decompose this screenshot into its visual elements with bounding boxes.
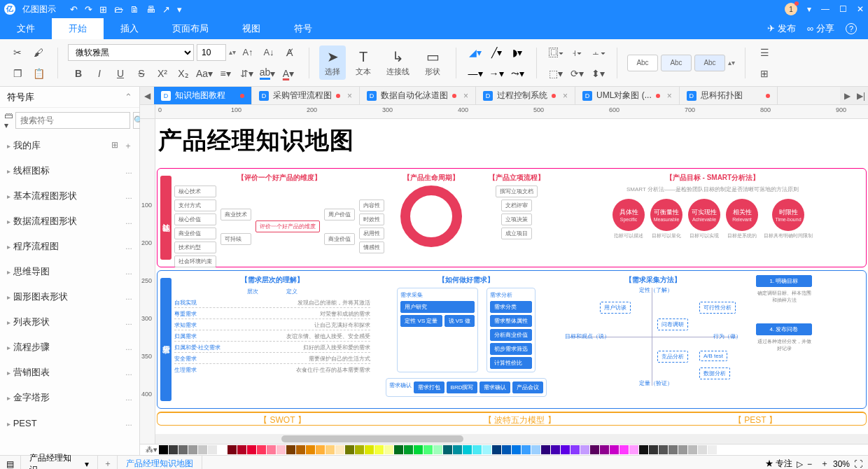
- layers-button[interactable]: ☰: [755, 43, 774, 62]
- menu-insert[interactable]: 插入: [104, 18, 155, 39]
- zoom-out-button[interactable]: −: [807, 459, 812, 469]
- category-item[interactable]: ▸ 数据流程图形状…: [0, 209, 139, 234]
- canvas[interactable]: 产品经理知识地图 基础认知 【评价一个好产品的维度】 核心技术 支付方式 核心价…: [155, 119, 868, 444]
- fit-page-button[interactable]: ⛶: [854, 459, 862, 469]
- user-avatar[interactable]: 1: [785, 3, 797, 15]
- doc-tab[interactable]: D知识地图教程: [154, 87, 252, 104]
- dropdown-icon[interactable]: ▾: [807, 4, 811, 14]
- color-swatch[interactable]: [365, 445, 374, 454]
- color-swatch[interactable]: [708, 445, 717, 454]
- color-swatch[interactable]: [218, 445, 227, 454]
- doc-tab[interactable]: DUML对象图 (...×: [575, 87, 680, 104]
- export-button[interactable]: ↗: [162, 4, 170, 15]
- color-swatch[interactable]: [276, 445, 286, 454]
- minimize-button[interactable]: —: [821, 4, 830, 14]
- style-preset-2[interactable]: Abc: [661, 55, 692, 71]
- category-item[interactable]: ▸ 流程步骤…: [0, 335, 139, 360]
- shadow-button[interactable]: ◗▾: [508, 43, 526, 62]
- line-spacing-button[interactable]: ⇵▾: [237, 64, 255, 83]
- presentation-button[interactable]: ▷: [797, 459, 803, 469]
- add-lib-icon[interactable]: ⊞: [111, 140, 118, 152]
- color-swatch[interactable]: [718, 445, 727, 454]
- library-icon[interactable]: 🗃▾: [4, 112, 13, 129]
- color-swatch[interactable]: [394, 445, 403, 454]
- color-swatch[interactable]: [600, 445, 609, 454]
- print-button[interactable]: 🖶: [146, 4, 155, 15]
- color-swatch[interactable]: [590, 445, 599, 454]
- color-swatch[interactable]: [541, 445, 550, 454]
- close-icon[interactable]: ×: [347, 91, 352, 101]
- color-swatch[interactable]: [384, 445, 393, 454]
- category-item[interactable]: ▸ 思维导图…: [0, 259, 139, 284]
- color-swatch[interactable]: [424, 445, 433, 454]
- menu-symbol[interactable]: 符号: [277, 18, 329, 39]
- color-swatch[interactable]: [296, 445, 305, 454]
- style-preset-3[interactable]: Abc: [694, 55, 725, 71]
- new-lib-icon[interactable]: ＋: [124, 140, 132, 152]
- doc-tab[interactable]: D采购管理流程图×: [252, 87, 360, 104]
- superscript-button[interactable]: X²: [153, 64, 172, 83]
- undo-button[interactable]: ↶: [70, 4, 78, 15]
- line-color-button[interactable]: ╱▾: [487, 43, 505, 62]
- color-swatch[interactable]: [688, 445, 697, 454]
- new-button[interactable]: ⊞: [99, 4, 107, 15]
- color-swatch[interactable]: [580, 445, 589, 454]
- search-input[interactable]: [15, 112, 130, 129]
- style-preset-1[interactable]: Abc: [627, 55, 658, 71]
- category-item[interactable]: ▸ 基本流程图形状…: [0, 183, 139, 209]
- category-item[interactable]: ▸ 程序流程图…: [0, 234, 139, 259]
- cut-button[interactable]: ✂: [8, 43, 27, 62]
- bring-forward-button[interactable]: ⬚▾: [547, 64, 565, 83]
- color-swatch[interactable]: [639, 445, 648, 454]
- copy-button[interactable]: ❐: [8, 64, 27, 83]
- text-case-button[interactable]: Aa▾: [195, 64, 214, 83]
- color-swatch[interactable]: [433, 445, 442, 454]
- color-swatch[interactable]: [463, 445, 472, 454]
- color-swatch[interactable]: [306, 445, 315, 454]
- bullets-button[interactable]: ≡▾: [216, 64, 234, 83]
- doc-tab[interactable]: D数据自动化泳道图×: [360, 87, 476, 104]
- color-swatch[interactable]: [237, 445, 246, 454]
- zoom-value[interactable]: 30%: [833, 459, 850, 469]
- eyedropper-icon[interactable]: ⁂▾: [144, 445, 158, 454]
- group-button[interactable]: ⿴▾: [547, 43, 565, 62]
- color-swatch[interactable]: [227, 445, 237, 454]
- color-swatch[interactable]: [188, 445, 197, 454]
- category-item[interactable]: ▸ 金字塔形…: [0, 385, 139, 410]
- open-button[interactable]: 🗁: [114, 4, 123, 15]
- close-icon[interactable]: ×: [563, 91, 568, 101]
- color-swatch[interactable]: [522, 445, 531, 454]
- distribute-button[interactable]: ⫠▾: [589, 43, 607, 62]
- tab-nav-right[interactable]: ▶: [840, 87, 854, 104]
- color-swatch[interactable]: [551, 445, 560, 454]
- panel-collapse-icon[interactable]: ⌃: [125, 92, 132, 102]
- clear-format-button[interactable]: A̸: [281, 43, 299, 62]
- menu-page-layout[interactable]: 页面布局: [155, 18, 225, 39]
- color-swatch[interactable]: [178, 445, 188, 454]
- redo-button[interactable]: ↷: [85, 4, 92, 15]
- add-page-button[interactable]: ＋: [98, 456, 118, 469]
- color-swatch[interactable]: [649, 445, 658, 454]
- page-picker[interactable]: 产品经理知识...▾: [21, 456, 98, 469]
- color-swatch[interactable]: [404, 445, 413, 454]
- color-swatch[interactable]: [169, 445, 178, 454]
- color-swatch[interactable]: [668, 445, 678, 454]
- color-swatch[interactable]: [659, 445, 668, 454]
- italic-button[interactable]: I: [90, 64, 108, 83]
- close-icon[interactable]: ×: [463, 91, 468, 101]
- connector-tool[interactable]: ↳连接线: [381, 46, 415, 80]
- color-swatch[interactable]: [374, 445, 384, 454]
- doc-tab[interactable]: D过程控制系统×: [476, 87, 575, 104]
- color-swatch[interactable]: [316, 445, 325, 454]
- color-swatch[interactable]: [502, 445, 511, 454]
- category-item[interactable]: ▸ 圆形图表形状…: [0, 284, 139, 309]
- color-swatch[interactable]: [492, 445, 501, 454]
- line-style-button[interactable]: —▾: [466, 64, 484, 83]
- underline-button[interactable]: U: [111, 64, 130, 83]
- zoom-in-button[interactable]: ＋: [820, 458, 829, 469]
- font-size-input[interactable]: [197, 44, 226, 61]
- align-button[interactable]: ⫞▾: [568, 43, 586, 62]
- highlight-button[interactable]: ab▾: [258, 64, 276, 83]
- color-swatch[interactable]: [698, 445, 707, 454]
- color-swatch[interactable]: [472, 445, 482, 454]
